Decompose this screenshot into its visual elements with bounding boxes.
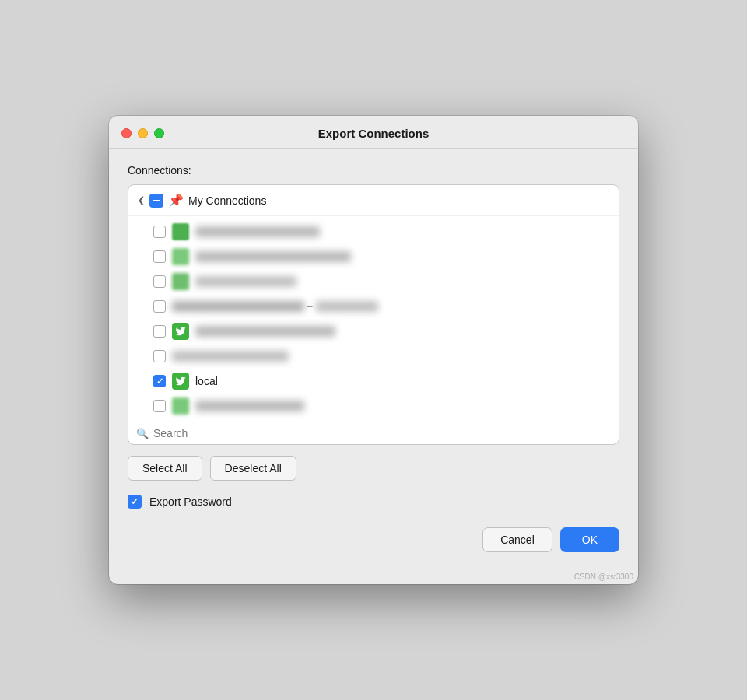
fullscreen-button[interactable]	[154, 128, 164, 138]
conn-name-4b	[316, 301, 378, 312]
root-checkbox[interactable]	[149, 194, 163, 208]
conn-name-2	[195, 251, 351, 262]
conn-name-1	[195, 226, 320, 237]
connections-list: –	[128, 216, 619, 422]
conn-icon-3	[172, 273, 189, 290]
watermark: CSDN @xst3300	[109, 571, 638, 584]
pin-icon: 📌	[168, 193, 184, 208]
search-bar: 🔍	[128, 422, 619, 444]
deselect-all-button[interactable]: Deselect All	[210, 456, 296, 481]
connections-label: Connections:	[128, 164, 619, 177]
list-item	[128, 394, 619, 418]
titlebar: Export Connections	[109, 116, 638, 149]
ok-button[interactable]: OK	[560, 527, 619, 552]
tree-root-label: My Connections	[188, 194, 266, 207]
conn-icon-2	[172, 248, 189, 265]
export-password-label: Export Password	[149, 495, 232, 508]
chevron-down-icon[interactable]: ❮	[138, 195, 145, 205]
export-connections-dialog: Export Connections Connections: ❮ 📌 My C…	[109, 116, 638, 584]
selection-buttons-row: Select All Deselect All	[128, 456, 619, 481]
conn-icon-8	[172, 397, 189, 415]
export-password-checkbox[interactable]	[128, 495, 142, 509]
dialog-body: Connections: ❮ 📌 My Connections	[109, 149, 638, 571]
conn-icon-1	[172, 223, 189, 240]
conn-name-local: local	[195, 375, 218, 387]
list-item: –	[128, 294, 619, 319]
item-checkbox-2[interactable]	[153, 250, 166, 263]
list-item	[128, 319, 619, 344]
cancel-button[interactable]: Cancel	[482, 527, 552, 552]
item-checkbox-4[interactable]	[153, 300, 166, 313]
close-button[interactable]	[121, 128, 132, 138]
conn-icon-5	[172, 323, 189, 340]
conn-icon-7	[172, 373, 189, 390]
dash-separator: –	[307, 301, 313, 312]
dialog-title: Export Connections	[318, 127, 430, 140]
action-buttons-row: Cancel OK	[128, 527, 619, 552]
tree-header: ❮ 📌 My Connections	[128, 185, 619, 216]
traffic-lights	[121, 128, 164, 138]
item-checkbox-1[interactable]	[153, 226, 166, 238]
list-item	[128, 244, 619, 269]
item-checkbox-8[interactable]	[153, 400, 166, 412]
list-item: local	[128, 369, 619, 394]
list-item	[128, 344, 619, 369]
search-icon: 🔍	[136, 428, 149, 439]
list-item	[128, 219, 619, 244]
search-input[interactable]	[153, 427, 611, 439]
export-password-row: Export Password	[128, 495, 619, 509]
list-item	[128, 269, 619, 294]
minimize-button[interactable]	[138, 128, 148, 138]
item-checkbox-5[interactable]	[153, 325, 166, 338]
item-checkbox-7[interactable]	[153, 375, 166, 387]
conn-name-8	[195, 401, 304, 411]
select-all-button[interactable]: Select All	[128, 456, 202, 481]
conn-name-5	[195, 326, 335, 337]
conn-name-3	[195, 276, 296, 287]
item-checkbox-6[interactable]	[153, 350, 166, 362]
connections-box: ❮ 📌 My Connections	[128, 184, 619, 445]
conn-name-6	[172, 351, 289, 362]
item-checkbox-3[interactable]	[153, 275, 166, 288]
conn-name-4	[172, 301, 304, 312]
